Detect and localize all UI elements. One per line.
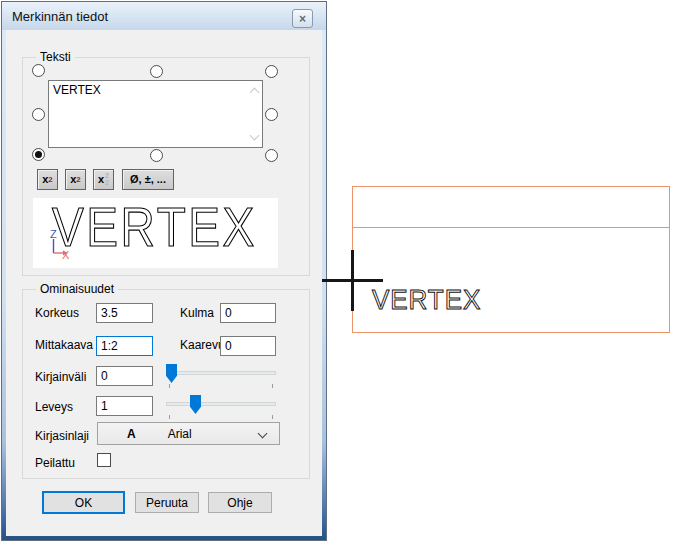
annotation-text-wrap: VERTEX xyxy=(48,80,263,148)
font-glyph: A xyxy=(127,427,136,441)
annotation-text-input[interactable]: VERTEX xyxy=(48,80,263,148)
normal-script-sub: 2 xyxy=(105,180,109,186)
svg-text:X: X xyxy=(62,249,70,260)
annotation-rectangle-divider xyxy=(353,227,669,228)
subscript-digit: 2 xyxy=(76,176,80,184)
font-dropdown[interactable]: A Arial xyxy=(97,422,280,445)
crosshair-cursor-vertical xyxy=(351,250,354,311)
leveys-slider[interactable] xyxy=(164,394,278,420)
leveys-slider-track[interactable] xyxy=(166,402,276,406)
anchor-radio-middle-right[interactable] xyxy=(265,108,278,121)
slider-tick xyxy=(272,415,273,419)
leveys-label: Leveys xyxy=(35,400,73,414)
anchor-radio-bottom-right[interactable] xyxy=(265,149,278,162)
korkeus-field[interactable] xyxy=(96,303,153,323)
superscript-button[interactable]: x2 xyxy=(37,169,58,190)
ominaisuudet-group-label: Ominaisuudet xyxy=(36,282,118,296)
help-button[interactable]: Ohje xyxy=(208,492,272,513)
drawing-canvas[interactable]: VERTEX xyxy=(330,0,679,545)
teksti-group-label: Teksti xyxy=(36,50,75,64)
korkeus-label: Korkeus xyxy=(35,306,79,320)
dialog-title: Merkinnän tiedot xyxy=(12,9,108,24)
slider-tick xyxy=(169,415,170,419)
anchor-radio-top-center[interactable] xyxy=(150,65,163,78)
normal-script-button[interactable]: x 2 2 xyxy=(93,169,114,190)
anchor-radio-top-left[interactable] xyxy=(32,64,45,77)
kirjainvali-label: Kirjainväli xyxy=(35,370,86,384)
cancel-button[interactable]: Peruuta xyxy=(135,492,199,513)
subscript-button[interactable]: x2 xyxy=(65,169,86,190)
annotation-details-dialog: Merkinnän tiedot × Teksti VERTEX x2 x2 xyxy=(1,1,327,541)
kaarevuus-field[interactable] xyxy=(220,336,276,356)
mittakaava-label: Mittakaava xyxy=(35,338,93,352)
anchor-radio-middle-left[interactable] xyxy=(32,108,45,121)
font-value: Arial xyxy=(168,427,192,441)
text-preview: VERTEX Z X xyxy=(33,198,278,268)
special-chars-button[interactable]: Ø, ±, ... xyxy=(122,169,174,190)
close-button[interactable]: × xyxy=(292,9,313,28)
slider-tick xyxy=(272,384,273,388)
mittakaava-field[interactable] xyxy=(96,336,153,356)
cancel-button-label: Peruuta xyxy=(146,496,188,510)
title-bar[interactable]: Merkinnän tiedot xyxy=(2,2,326,30)
ok-button-label: OK xyxy=(75,496,92,510)
svg-text:Z: Z xyxy=(50,228,57,240)
superscript-digit: 2 xyxy=(48,176,52,184)
kirjainvali-field[interactable] xyxy=(96,366,153,386)
coordinate-axis-icon: Z X xyxy=(49,228,75,260)
kulma-field[interactable] xyxy=(220,303,276,323)
close-icon: × xyxy=(299,13,306,25)
help-button-label: Ohje xyxy=(227,496,252,510)
leveys-field[interactable] xyxy=(96,396,153,416)
kirjainvali-slider-track[interactable] xyxy=(166,371,276,375)
preview-outline-text: VERTEX xyxy=(52,199,257,255)
slider-tick xyxy=(169,384,170,388)
kirjainvali-slider-thumb[interactable] xyxy=(166,364,177,383)
anchor-radio-bottom-center[interactable] xyxy=(150,149,163,162)
canvas-annotation-text: VERTEX xyxy=(372,286,481,314)
anchor-radio-top-right[interactable] xyxy=(265,65,278,78)
kirjasinlaji-label: Kirjasinlaji xyxy=(35,429,89,443)
peilattu-label: Peilattu xyxy=(35,456,75,470)
ok-button[interactable]: OK xyxy=(42,491,125,514)
anchor-radio-bottom-left[interactable] xyxy=(32,148,45,161)
kulma-label: Kulma xyxy=(180,306,214,320)
chevron-down-icon xyxy=(258,429,268,439)
special-chars-label: Ø, ±, ... xyxy=(130,174,166,185)
kirjainvali-slider[interactable] xyxy=(164,363,278,389)
normal-script-base: x xyxy=(98,174,104,185)
peilattu-checkbox[interactable] xyxy=(97,453,111,467)
dialog-content: Teksti VERTEX x2 x2 x 2 2 xyxy=(6,30,322,536)
leveys-slider-thumb[interactable] xyxy=(190,395,201,414)
